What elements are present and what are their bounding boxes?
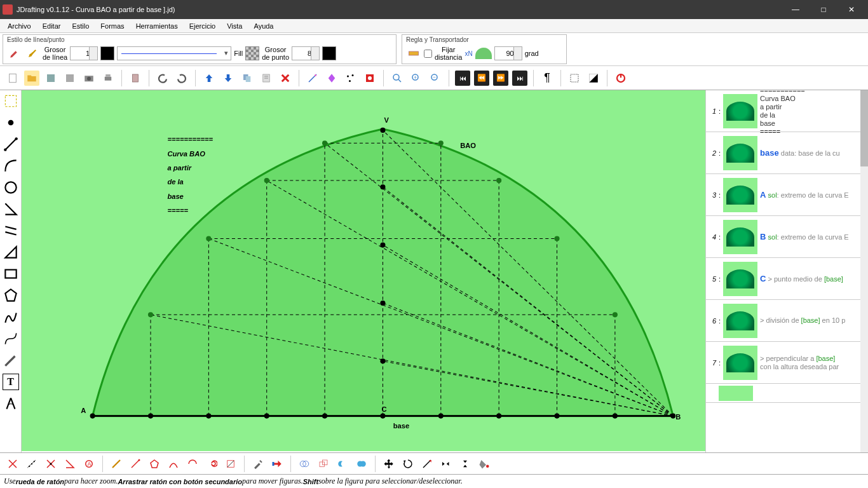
paste-icon[interactable] [128, 71, 143, 86]
arc-red-icon[interactable] [166, 456, 181, 471]
move-up-icon[interactable] [201, 71, 217, 86]
arrow-right-icon[interactable] [269, 456, 285, 471]
menu-archivo[interactable]: Archivo [3, 21, 36, 31]
menu-ayuda[interactable]: Ayuda [249, 21, 279, 31]
point-width-input[interactable]: 8 [292, 46, 320, 60]
new-icon[interactable] [5, 71, 20, 86]
scale-icon[interactable] [419, 456, 435, 471]
angle-red-icon[interactable] [62, 456, 78, 471]
step-item[interactable]: 6: > división de [base] en 10 p [706, 300, 860, 342]
bucket-icon[interactable] [477, 456, 492, 471]
step-item[interactable] [706, 384, 860, 403]
curve-tool-icon[interactable] [3, 309, 19, 325]
spline-tool-icon[interactable] [3, 330, 19, 347]
close-button[interactable]: ✕ [837, 0, 865, 19]
minimize-button[interactable]: — [782, 0, 810, 19]
protractor-icon[interactable] [475, 48, 492, 59]
drawing-canvas[interactable]: V A B C base BAO =========== Curva BAO a… [22, 90, 705, 451]
target-icon[interactable] [362, 71, 377, 86]
step-item[interactable]: 5: C > punto medio de [base] [706, 258, 860, 300]
line-color-swatch[interactable] [100, 46, 114, 60]
angle-input[interactable]: 90 [494, 46, 522, 60]
diff-icon[interactable] [335, 456, 350, 471]
point-tool-icon[interactable] [3, 114, 19, 131]
contrast-icon[interactable] [586, 71, 601, 86]
step-item[interactable]: 2: base data: base de la cu [706, 132, 860, 174]
redo-icon[interactable] [174, 71, 189, 86]
extend-icon[interactable] [128, 456, 143, 471]
note-icon[interactable] [259, 71, 274, 86]
circle-tool-icon[interactable] [3, 179, 19, 196]
step-item[interactable]: 7: > perpendicular a [base]con la altura… [706, 342, 860, 384]
last-icon[interactable]: ⏭ [512, 71, 527, 86]
arc-tool-icon[interactable] [3, 158, 19, 174]
step-item[interactable]: 3: A sol: extremo de la curva E [706, 174, 860, 216]
step-item[interactable]: 4: B sol: extremo de la curva E [706, 216, 860, 258]
freehand-tool-icon[interactable] [3, 352, 19, 369]
zoom-out-icon[interactable]: − [428, 71, 443, 86]
prev-icon[interactable]: ⏪ [474, 71, 489, 86]
dots-icon[interactable] [343, 71, 358, 86]
delete-icon[interactable] [278, 71, 293, 86]
arc2-red-icon[interactable] [185, 456, 200, 471]
move-icon[interactable] [381, 456, 397, 471]
save-image-icon[interactable] [62, 71, 78, 86]
compass-tool-icon[interactable] [3, 395, 19, 412]
first-icon[interactable]: ⏮ [455, 71, 470, 86]
menu-ejercicio[interactable]: Ejercicio [184, 21, 221, 31]
diamond-icon[interactable] [324, 71, 339, 86]
zoom-in-icon[interactable]: + [409, 71, 424, 86]
xn-label[interactable]: xN [465, 50, 472, 57]
intersection-icon[interactable] [43, 456, 58, 471]
segment-tool-icon[interactable] [3, 136, 19, 152]
menu-vista[interactable]: Vista [222, 21, 247, 31]
step-item[interactable]: 1: ===========Curva BAOa partirde labase… [706, 90, 860, 132]
undo-icon[interactable] [155, 71, 170, 86]
intersect-fill-icon[interactable] [354, 456, 369, 471]
point-color-swatch[interactable] [322, 46, 336, 60]
circle-red-icon[interactable]: A [81, 456, 97, 471]
mirror-h-icon[interactable] [438, 456, 454, 471]
menu-formas[interactable]: Formas [95, 21, 129, 31]
venn-icon[interactable] [297, 456, 312, 471]
box-line-icon[interactable] [223, 456, 238, 471]
fix-distance-checkbox[interactable] [424, 50, 432, 58]
copy-icon[interactable] [240, 71, 255, 86]
grid-icon[interactable] [567, 71, 582, 86]
menu-herramientas[interactable]: Herramientas [131, 21, 183, 31]
maximize-button[interactable]: □ [810, 0, 837, 19]
line-width-input[interactable]: 1 [70, 46, 98, 60]
move-down-icon[interactable] [220, 71, 236, 86]
text-tool-icon[interactable]: T [3, 374, 19, 390]
ruler-icon[interactable] [406, 46, 421, 61]
trim-icon[interactable] [109, 456, 124, 471]
mirror-v-icon[interactable] [458, 456, 473, 471]
hammer-icon[interactable] [250, 456, 266, 471]
print-icon[interactable] [100, 71, 116, 86]
angle-tool-icon[interactable] [3, 201, 19, 217]
menu-estilo[interactable]: Estilo [67, 21, 94, 31]
line-style-combo[interactable] [117, 46, 231, 60]
pilcrow-icon[interactable]: ¶ [539, 71, 555, 86]
select-rect-icon[interactable] [3, 93, 19, 109]
brush-icon[interactable] [25, 46, 40, 61]
red-cross-icon[interactable] [5, 456, 20, 471]
open-icon[interactable] [24, 71, 39, 86]
save-icon[interactable] [43, 71, 58, 86]
polygon-tool-icon[interactable] [3, 287, 19, 304]
spiral-icon[interactable] [204, 456, 219, 471]
rotate-icon[interactable] [400, 456, 416, 471]
union-icon[interactable] [316, 456, 331, 471]
divide-line-icon[interactable] [24, 456, 39, 471]
eyedropper-icon[interactable] [7, 46, 22, 61]
menu-editar[interactable]: Editar [37, 21, 66, 31]
triangle-tool-icon[interactable] [3, 244, 19, 261]
poly-red-icon[interactable] [147, 456, 162, 471]
rect-tool-icon[interactable] [3, 266, 19, 282]
wand-icon[interactable] [305, 71, 320, 86]
parallel-tool-icon[interactable] [3, 222, 19, 239]
power-icon[interactable] [613, 71, 628, 86]
fill-swatch[interactable] [245, 46, 259, 60]
next-icon[interactable]: ⏩ [493, 71, 508, 86]
camera-icon[interactable] [81, 71, 97, 86]
